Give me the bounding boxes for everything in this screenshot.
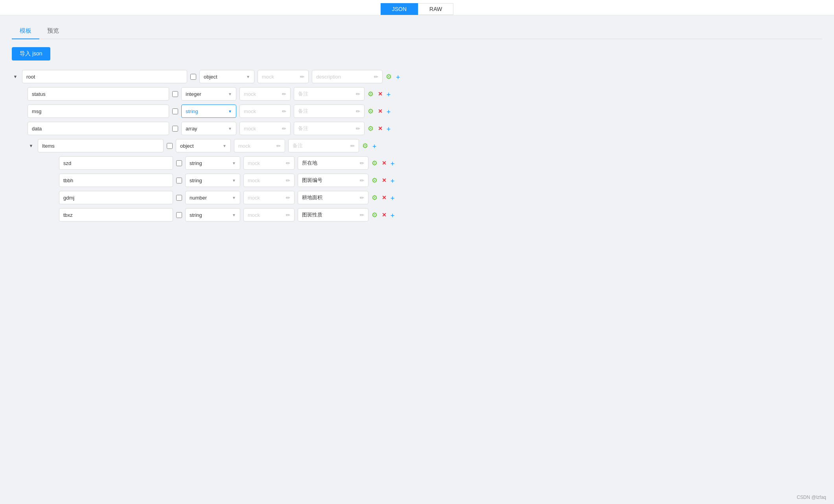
desc-edit-icon-tbxz[interactable]: ✏ xyxy=(360,212,364,218)
type-select-tbbh[interactable]: string ▼ xyxy=(185,174,240,187)
desc-input-data[interactable]: 备注 ✏ xyxy=(294,122,365,135)
gear-icon-gdmj[interactable]: ⚙ xyxy=(372,194,379,202)
desc-edit-icon-tbbh[interactable]: ✏ xyxy=(360,178,364,183)
type-select-status[interactable]: integer ▼ xyxy=(181,87,236,101)
schema-editor: ▼ object ▼ mock ✏ description ✏ ⚙ + xyxy=(12,70,822,222)
checkbox-data[interactable] xyxy=(172,126,178,132)
tab-template[interactable]: 模板 xyxy=(12,23,39,39)
desc-edit-icon-szd[interactable]: ✏ xyxy=(360,160,364,166)
field-name-input-tbbh[interactable] xyxy=(59,174,173,187)
checkbox-root[interactable] xyxy=(190,74,196,80)
checkbox-msg[interactable] xyxy=(172,108,178,114)
gear-icon-tbbh[interactable]: ⚙ xyxy=(372,176,379,184)
expand-root-button[interactable]: ▼ xyxy=(12,73,19,80)
mock-edit-icon-root[interactable]: ✏ xyxy=(300,74,304,80)
desc-input-szd[interactable]: 所在地 ✏ xyxy=(298,156,368,170)
gear-icon-msg[interactable]: ⚙ xyxy=(368,107,376,115)
action-icons-tbbh: ⚙ ✕ + xyxy=(372,176,397,184)
mock-edit-icon-msg[interactable]: ✏ xyxy=(282,108,286,114)
table-row: string ▼ mock ✏ 备注 ✏ ⚙ ✕ + xyxy=(12,104,822,118)
mock-input-tbbh: mock ✏ xyxy=(243,174,295,187)
plus-icon-tbbh[interactable]: + xyxy=(390,177,397,183)
action-icons-items: ⚙ + xyxy=(362,142,379,150)
desc-input-tbbh[interactable]: 图斑编号 ✏ xyxy=(298,174,368,187)
type-select-gdmj[interactable]: number ▼ xyxy=(185,191,240,204)
field-name-input-root[interactable] xyxy=(22,70,187,83)
type-select-msg[interactable]: string ▼ xyxy=(181,104,236,118)
desc-edit-icon-root[interactable]: ✏ xyxy=(374,74,378,80)
checkbox-tbxz[interactable] xyxy=(176,212,182,218)
field-name-input-data[interactable] xyxy=(28,122,169,135)
type-select-data[interactable]: array ▼ xyxy=(181,122,236,135)
top-tab-raw[interactable]: RAW xyxy=(418,3,453,15)
plus-icon-gdmj[interactable]: + xyxy=(390,194,397,201)
close-icon-status[interactable]: ✕ xyxy=(378,91,384,97)
desc-edit-icon-msg[interactable]: ✏ xyxy=(356,108,360,114)
plus-icon-szd[interactable]: + xyxy=(390,160,397,166)
desc-input-items[interactable]: 备注 ✏ xyxy=(288,139,359,152)
expand-items-button[interactable]: ▼ xyxy=(28,142,35,149)
desc-input-root[interactable]: description ✏ xyxy=(312,70,383,83)
field-name-input-gdmj[interactable] xyxy=(59,191,173,204)
plus-icon-root[interactable]: + xyxy=(396,73,402,80)
desc-input-gdmj[interactable]: 耕地面积 ✏ xyxy=(298,191,368,204)
field-name-input-szd[interactable] xyxy=(59,156,173,170)
mock-edit-icon-status[interactable]: ✏ xyxy=(282,91,286,97)
table-row: string ▼ mock ✏ 图斑编号 ✏ ⚙ ✕ + xyxy=(12,174,822,187)
gear-icon-data[interactable]: ⚙ xyxy=(368,125,376,132)
gear-icon-root[interactable]: ⚙ xyxy=(386,73,394,81)
close-icon-szd[interactable]: ✕ xyxy=(382,160,388,166)
plus-icon-status[interactable]: + xyxy=(387,91,393,97)
type-select-szd[interactable]: string ▼ xyxy=(185,156,240,170)
gear-icon-tbxz[interactable]: ⚙ xyxy=(372,211,379,219)
tab-preview[interactable]: 预览 xyxy=(39,23,67,39)
close-icon-gdmj[interactable]: ✕ xyxy=(382,194,388,201)
plus-icon-msg[interactable]: + xyxy=(387,108,393,114)
type-select-tbxz[interactable]: string ▼ xyxy=(185,208,240,222)
field-name-input-status[interactable] xyxy=(28,87,169,101)
top-tab-json[interactable]: JSON xyxy=(381,3,418,15)
mock-edit-icon-tbbh[interactable]: ✏ xyxy=(286,178,290,183)
type-select-items[interactable]: object ▼ xyxy=(176,139,231,152)
gear-icon-status[interactable]: ⚙ xyxy=(368,90,376,98)
checkbox-tbbh[interactable] xyxy=(176,178,182,183)
mock-edit-icon-data[interactable]: ✏ xyxy=(282,126,286,132)
mock-edit-icon-gdmj[interactable]: ✏ xyxy=(286,195,290,201)
desc-edit-icon-gdmj[interactable]: ✏ xyxy=(360,195,364,201)
desc-input-msg[interactable]: 备注 ✏ xyxy=(294,104,365,118)
mock-edit-icon-items[interactable]: ✏ xyxy=(276,143,281,149)
table-row: integer ▼ mock ✏ 备注 ✏ ⚙ ✕ + xyxy=(12,87,822,101)
mock-input-msg: mock ✏ xyxy=(239,104,291,118)
type-select-root[interactable]: object ▼ xyxy=(199,70,254,83)
tabs-row: 模板 预览 xyxy=(12,23,822,39)
field-name-input-tbxz[interactable] xyxy=(59,208,173,222)
mock-input-gdmj: mock ✏ xyxy=(243,191,295,204)
plus-icon-data[interactable]: + xyxy=(387,125,393,132)
plus-icon-items[interactable]: + xyxy=(372,143,379,149)
checkbox-status[interactable] xyxy=(172,91,178,97)
mock-edit-icon-szd[interactable]: ✏ xyxy=(286,160,290,166)
close-icon-tbbh[interactable]: ✕ xyxy=(382,177,388,183)
desc-edit-icon-items[interactable]: ✏ xyxy=(350,143,355,149)
desc-edit-icon-data[interactable]: ✏ xyxy=(356,126,360,132)
plus-icon-tbxz[interactable]: + xyxy=(390,212,397,218)
checkbox-items[interactable] xyxy=(167,143,173,149)
checkbox-gdmj[interactable] xyxy=(176,195,182,201)
gear-icon-szd[interactable]: ⚙ xyxy=(372,159,379,167)
close-icon-msg[interactable]: ✕ xyxy=(378,108,384,114)
table-row: array ▼ mock ✏ 备注 ✏ ⚙ ✕ + xyxy=(12,122,822,135)
action-icons-root: ⚙ + xyxy=(386,73,402,81)
close-icon-data[interactable]: ✕ xyxy=(378,125,384,132)
mock-edit-icon-tbxz[interactable]: ✏ xyxy=(286,212,290,218)
close-icon-tbxz[interactable]: ✕ xyxy=(382,212,388,218)
desc-edit-icon-status[interactable]: ✏ xyxy=(356,91,360,97)
desc-input-tbxz[interactable]: 图斑性质 ✏ xyxy=(298,208,368,222)
checkbox-szd[interactable] xyxy=(176,160,182,166)
gear-icon-items[interactable]: ⚙ xyxy=(362,142,370,150)
field-name-input-items[interactable] xyxy=(38,139,164,152)
mock-input-tbxz: mock ✏ xyxy=(243,208,295,222)
desc-input-status[interactable]: 备注 ✏ xyxy=(294,87,365,101)
field-name-input-msg[interactable] xyxy=(28,104,169,118)
mock-input-data: mock ✏ xyxy=(239,122,291,135)
import-json-button[interactable]: 导入 json xyxy=(12,47,50,60)
